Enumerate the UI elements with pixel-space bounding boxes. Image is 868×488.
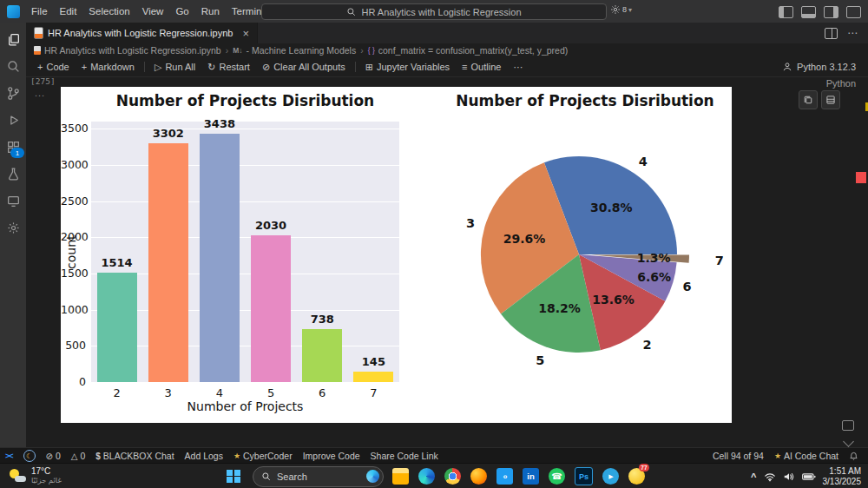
command-center[interactable]: HR Analytics with Logistic Regression xyxy=(261,3,607,20)
cell-position[interactable]: Cell 94 of 94 xyxy=(707,448,769,464)
tools-icon[interactable] xyxy=(0,214,26,241)
chrome-icon[interactable] xyxy=(444,468,461,485)
outline-button[interactable]: ≡Outline xyxy=(456,57,507,76)
file-explorer-icon[interactable] xyxy=(392,468,409,485)
jupyter-variables-button[interactable]: ⊞Jupyter Variables xyxy=(359,57,456,76)
telegram-icon[interactable]: ▶ xyxy=(602,468,619,485)
tab-bar: HR Analytics with Logistic Regression.ip… xyxy=(26,23,868,43)
whatsapp-icon[interactable]: ☎ xyxy=(549,468,565,485)
breadcrumb-separator: › xyxy=(358,45,365,56)
toolbar-label: Outline xyxy=(471,62,502,72)
split-editor-icon[interactable] xyxy=(825,28,838,39)
add-markdown-button[interactable]: +Markdown xyxy=(76,57,141,76)
toggle-secondary-sidebar-icon[interactable] xyxy=(824,6,838,18)
add-code-button[interactable]: +Code xyxy=(31,57,76,76)
notifications[interactable] xyxy=(844,448,864,464)
scroll-down-icon[interactable] xyxy=(843,436,854,447)
extensions-badge: 1 xyxy=(10,148,24,158)
notebook-icon xyxy=(34,27,43,39)
minimap-icon[interactable] xyxy=(842,420,854,431)
more-actions-button[interactable]: ⋯ xyxy=(507,57,529,76)
remote-indicator[interactable]: >< xyxy=(0,448,18,464)
clear-all-outputs-button[interactable]: ⊘Clear All Outputs xyxy=(256,57,352,76)
ai-code-chat[interactable]: ★AI Code Chat xyxy=(769,448,844,464)
menu-file[interactable]: File xyxy=(25,0,54,23)
clear-icon: ⊘ xyxy=(262,62,270,73)
add-logs[interactable]: Add Logs xyxy=(180,448,228,464)
y-tick-label: 3500 xyxy=(61,122,86,135)
status-label: CyberCoder xyxy=(243,451,293,461)
y-tick-label: 1000 xyxy=(61,303,86,316)
volume-icon[interactable] xyxy=(783,472,795,482)
battery-icon[interactable] xyxy=(802,472,816,481)
menu-view[interactable]: View xyxy=(136,0,170,23)
clock-time: 1:51 AM xyxy=(823,466,862,477)
customize-layout-icon[interactable] xyxy=(846,6,861,18)
y-tick-label: 2000 xyxy=(61,230,86,243)
system-tray: ^ 1:51 AM 3/13/2025 xyxy=(751,464,861,488)
explorer-icon[interactable] xyxy=(0,26,26,53)
hidden-icons-chevron[interactable]: ^ xyxy=(751,472,756,482)
bar-value-label: 145 xyxy=(348,355,399,368)
copy-output-button[interactable] xyxy=(799,90,818,109)
blackbox-chat[interactable]: $BLACKBOX Chat xyxy=(90,448,179,464)
bar-value-label: 3302 xyxy=(142,127,194,140)
restart-button[interactable]: ↻Restart xyxy=(201,57,256,76)
close-tab-icon[interactable]: × xyxy=(242,27,249,40)
problems-warnings[interactable]: △0 xyxy=(66,448,91,464)
run-all-button[interactable]: ▷Run All xyxy=(148,57,201,76)
weather-widget[interactable]: 17°C غائم جزئيًا xyxy=(9,466,62,485)
photoshop-icon[interactable]: Ps xyxy=(575,467,593,485)
menu-selection[interactable]: Selection xyxy=(82,0,135,23)
paper-plane-glyph: ▶ xyxy=(608,473,613,480)
remote-icon: >< xyxy=(5,452,13,460)
pie-percent-label: 1.3% xyxy=(637,251,671,265)
kernel-label: Python 3.12.3 xyxy=(797,62,856,72)
wifi-icon[interactable] xyxy=(764,472,776,482)
source-control-icon[interactable] xyxy=(0,80,26,107)
restart-icon: ↻ xyxy=(207,62,215,73)
settings-sync-indicator[interactable]: 8 ▾ xyxy=(610,4,632,15)
edge-icon[interactable] xyxy=(418,468,435,485)
breadcrumb-separator: › xyxy=(224,45,231,56)
taskbar-clock[interactable]: 1:51 AM 3/13/2025 xyxy=(823,466,862,486)
menu-edit[interactable]: Edit xyxy=(54,0,83,23)
notebook-icon xyxy=(34,46,41,55)
extensions-icon[interactable]: 1 xyxy=(0,134,26,161)
toolbar-label: Markdown xyxy=(90,62,135,72)
improve-code[interactable]: Improve Code xyxy=(298,448,365,464)
toggle-panel-icon[interactable] xyxy=(801,6,816,18)
run-debug-icon[interactable] xyxy=(0,107,26,134)
weather-extension[interactable]: ☾ xyxy=(18,448,41,464)
play-icon: ▷ xyxy=(155,62,161,73)
toggle-sidebar-icon[interactable] xyxy=(779,6,793,18)
pie-chart: Number of Projects Disribution 30.8%429.… xyxy=(404,87,732,423)
breadcrumb-item[interactable]: M↓- Machine Learning Models xyxy=(233,45,356,56)
kernel-picker[interactable]: Python 3.12.3 xyxy=(782,62,868,72)
tab-notebook[interactable]: HR Analytics with Logistic Regression.ip… xyxy=(26,23,258,43)
cell-language-picker[interactable]: Python xyxy=(826,78,856,89)
linkedin-icon[interactable]: in xyxy=(523,468,539,485)
menu-go[interactable]: Go xyxy=(169,0,194,23)
start-button[interactable] xyxy=(223,466,244,487)
cell-collapsed-indicator[interactable]: ... xyxy=(35,88,45,98)
breadcrumb-item[interactable]: { }conf_matrix = confusion_matrix(y_test… xyxy=(368,45,569,56)
pie-percent-label: 18.2% xyxy=(538,301,581,315)
share-code-link[interactable]: Share Code Link xyxy=(365,448,444,464)
messenger-icon[interactable]: 77 xyxy=(628,468,645,485)
warning-icon: △ xyxy=(71,452,78,461)
more-editor-actions-icon[interactable]: ⋯ xyxy=(847,27,858,39)
firefox-icon[interactable] xyxy=(470,468,487,485)
problems-errors[interactable]: ⊘0 xyxy=(41,448,66,464)
menu-run[interactable]: Run xyxy=(195,0,226,23)
moon-icon: ☾ xyxy=(23,450,36,462)
taskbar-search[interactable]: Search xyxy=(253,466,384,487)
vscode-icon[interactable]: ‹› xyxy=(496,468,513,485)
pie-category-label: 3 xyxy=(466,216,475,230)
remote-explorer-icon[interactable] xyxy=(0,188,26,214)
output-options-button[interactable] xyxy=(821,90,840,109)
breadcrumb-item[interactable]: HR Analytics with Logistic Regression.ip… xyxy=(34,45,221,56)
cybercoder[interactable]: ★CyberCoder xyxy=(228,448,298,464)
search-view-icon[interactable] xyxy=(0,53,26,80)
testing-icon[interactable] xyxy=(0,161,26,188)
